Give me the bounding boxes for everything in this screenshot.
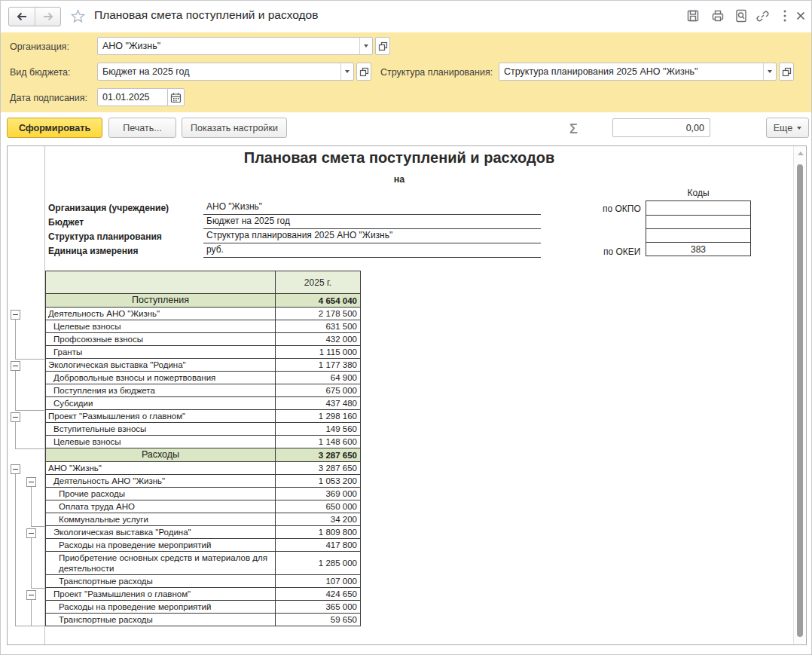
link-button[interactable] <box>754 8 771 24</box>
info-value-unit: руб. <box>203 243 541 258</box>
scroll-up-arrow-icon[interactable] <box>798 152 804 155</box>
caret-down-icon <box>345 70 350 73</box>
table-row[interactable]: Приобретение основных средств и материал… <box>46 552 360 575</box>
table-row[interactable]: Проект "Размышления о главном"1 298 160 <box>46 410 360 423</box>
table-row[interactable]: Коммунальные услуги34 200 <box>46 513 360 526</box>
tree-line <box>31 487 32 526</box>
table-row[interactable]: Деятельность АНО "Жизнь"1 053 200 <box>46 475 360 488</box>
row-label: Поступления из бюджета <box>46 384 276 396</box>
forward-button[interactable] <box>35 8 60 26</box>
collapse-expander-icon[interactable] <box>26 590 36 600</box>
preview-button[interactable] <box>733 8 749 24</box>
organization-dropdown-button[interactable] <box>359 38 372 54</box>
organization-field[interactable]: АНО "Жизнь" <box>97 37 373 55</box>
sum-sigma-icon: Σ <box>569 121 578 137</box>
info-value-structure: Структура планирования 2025 АНО "Жизнь" <box>203 229 541 243</box>
table-row[interactable]: Поступления4 654 040 <box>46 294 360 308</box>
table-row[interactable]: Экологическая выставка "Родина"1 809 800 <box>46 526 360 539</box>
signing-date-field[interactable]: 01.01.2025 <box>97 88 168 106</box>
row-label: Экологическая выставка "Родина" <box>46 359 276 371</box>
show-settings-button[interactable]: Показать настройки <box>182 118 287 138</box>
planning-structure-value: Структура планирования 2025 АНО "Жизнь" <box>499 66 763 77</box>
info-value-budget: Бюджет на 2025 год <box>203 215 541 229</box>
back-arrow-icon <box>14 9 29 24</box>
table-row[interactable]: Транспортные расходы107 000 <box>46 575 360 588</box>
print-report-button[interactable]: Печать... <box>108 118 176 138</box>
table-row[interactable]: АНО "Жизнь"3 287 650 <box>46 462 360 475</box>
budget-type-open-button[interactable] <box>356 63 371 81</box>
table-row[interactable]: Добровольные взносы и пожертвования64 90… <box>46 372 360 384</box>
more-actions-button[interactable]: Еще <box>766 118 809 138</box>
collapse-expander-icon[interactable] <box>11 464 20 474</box>
budget-type-dropdown-button[interactable] <box>340 63 353 80</box>
sum-field[interactable]: 0,00 <box>612 118 710 137</box>
header-period-cell: 2025 г. <box>276 271 360 293</box>
row-value: 1 148 600 <box>276 436 360 448</box>
row-label: Деятельность АНО "Жизнь" <box>46 308 276 320</box>
row-value: 424 650 <box>276 588 360 600</box>
more-menu-button[interactable] <box>777 8 793 24</box>
vertical-scrollbar[interactable] <box>793 146 806 644</box>
collapse-expander-icon[interactable] <box>11 361 20 371</box>
collapse-expander-icon[interactable] <box>11 310 20 320</box>
planning-structure-field[interactable]: Структура планирования 2025 АНО "Жизнь" <box>499 63 777 81</box>
caret-down-icon <box>364 44 368 47</box>
table-row[interactable]: Поступления из бюджета675 000 <box>46 384 360 397</box>
nav-button-group <box>8 7 61 26</box>
table-row[interactable]: Транспортные расходы59 650 <box>46 614 360 626</box>
table-row[interactable]: Проект "Размышления о главном"424 650 <box>46 588 360 601</box>
table-row[interactable]: Деятельность АНО "Жизнь"2 178 500 <box>46 308 360 320</box>
generate-button[interactable]: Сформировать <box>7 118 102 138</box>
table-row[interactable]: Экологическая выставка "Родина"1 177 380 <box>46 359 360 372</box>
table-row[interactable]: Целевые взносы1 148 600 <box>46 436 360 448</box>
favorite-button[interactable] <box>69 8 86 24</box>
row-value: 437 480 <box>276 397 360 409</box>
tree-line <box>31 626 44 626</box>
calendar-icon <box>170 92 182 103</box>
row-label: Приобретение основных средств и материал… <box>46 552 276 574</box>
row-value: 1 298 160 <box>276 410 360 422</box>
table-row[interactable]: Расходы на проведение мероприятий365 000 <box>46 601 360 614</box>
collapse-expander-icon[interactable] <box>26 477 36 487</box>
tree-line <box>15 371 16 410</box>
table-row[interactable]: Расходы3 287 650 <box>46 448 360 462</box>
collapse-expander-icon[interactable] <box>26 528 36 538</box>
calendar-picker-button[interactable] <box>167 88 185 106</box>
info-value-organization: АНО "Жизнь" <box>203 200 541 215</box>
report-table[interactable]: 2025 г. Поступления4 654 040Деятельность… <box>45 271 361 626</box>
table-row[interactable]: Целевые взносы631 500 <box>46 320 360 333</box>
document-area[interactable]: Плановая смета поступлений и расходов на… <box>7 145 807 645</box>
info-label-organization: Организация (учреждение) <box>48 203 169 213</box>
collapse-expander-icon[interactable] <box>11 412 20 422</box>
save-button[interactable] <box>685 8 701 24</box>
planning-structure-label: Структура планирования: <box>380 67 493 78</box>
caret-down-icon <box>768 70 772 73</box>
info-label-unit: Единица измерения <box>48 246 138 256</box>
code-cell <box>646 228 750 242</box>
table-row[interactable]: Субсидии437 480 <box>46 397 360 410</box>
scrollbar-thumb[interactable] <box>797 164 803 637</box>
row-value: 1 115 000 <box>276 346 360 358</box>
row-label: Прочие расходы <box>46 488 276 500</box>
row-label: Вступительные взносы <box>46 423 276 435</box>
okpo-label: по ОКПО <box>603 204 641 214</box>
tree-line <box>31 600 32 626</box>
table-row[interactable]: Гранты1 115 000 <box>46 346 360 359</box>
planning-structure-open-button[interactable] <box>779 63 794 81</box>
table-row[interactable]: Расходы на проведение мероприятий417 800 <box>46 539 360 552</box>
budget-type-field[interactable]: Бюджет на 2025 год <box>97 63 354 81</box>
row-value: 369 000 <box>276 488 360 500</box>
row-label: Экологическая выставка "Родина" <box>46 526 276 538</box>
table-row[interactable]: Вступительные взносы149 560 <box>46 423 360 436</box>
table-row[interactable]: Прочие расходы369 000 <box>46 488 360 500</box>
back-button[interactable] <box>9 8 35 26</box>
organization-open-button[interactable] <box>375 37 390 55</box>
close-button[interactable] <box>792 8 809 24</box>
planning-structure-dropdown-button[interactable] <box>763 63 776 80</box>
table-row[interactable]: Профсоюзные взносы432 000 <box>46 333 360 346</box>
row-label: Гранты <box>46 346 276 358</box>
table-row[interactable]: Оплата труда АНО650 000 <box>46 500 360 513</box>
row-label: Добровольные взносы и пожертвования <box>46 372 276 384</box>
tree-line <box>31 588 44 589</box>
print-button[interactable] <box>710 8 726 24</box>
